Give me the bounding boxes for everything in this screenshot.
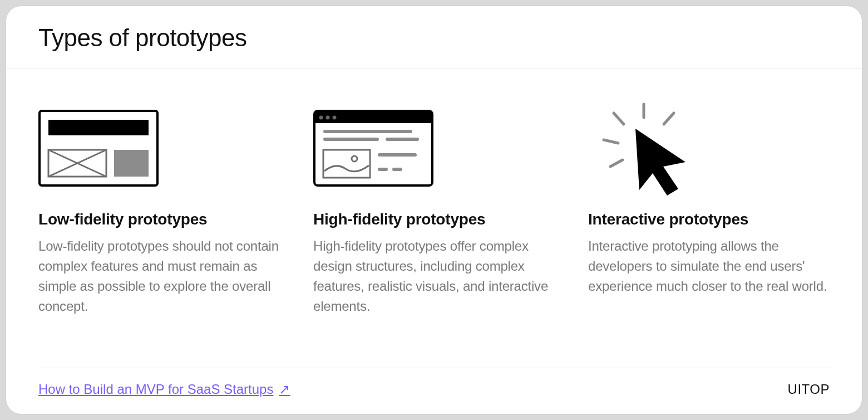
column-low-fidelity: Low-fidelity prototypes Low-fidelity pro… — [38, 104, 280, 368]
svg-line-22 — [604, 140, 618, 143]
card-body: Low-fidelity prototypes Low-fidelity pro… — [6, 69, 862, 368]
cursor-click-icon — [588, 104, 830, 193]
column-text: Interactive prototyping allows the devel… — [588, 236, 830, 296]
footer-link[interactable]: How to Build an MVP for SaaS Startups ↗ — [38, 382, 290, 397]
brand-label: UITOP — [788, 382, 830, 397]
svg-rect-18 — [392, 168, 402, 171]
column-title: Interactive prototypes — [588, 211, 830, 228]
svg-rect-5 — [114, 150, 149, 177]
column-interactive: Interactive prototypes Interactive proto… — [588, 104, 830, 368]
footer-link-text: How to Build an MVP for SaaS Startups — [38, 382, 273, 397]
card-footer: How to Build an MVP for SaaS Startups ↗ … — [38, 368, 830, 414]
wireframe-icon — [38, 104, 280, 193]
svg-rect-14 — [323, 150, 370, 178]
info-card: Types of prototypes Low-fidelity prototy… — [6, 6, 862, 414]
card-header: Types of prototypes — [6, 6, 862, 69]
browser-window-icon — [313, 104, 555, 193]
column-title: Low-fidelity prototypes — [38, 211, 280, 228]
svg-rect-16 — [378, 153, 417, 157]
column-text: High-fidelity prototypes offer complex d… — [313, 236, 555, 316]
svg-line-21 — [664, 113, 674, 124]
svg-point-9 — [326, 116, 330, 120]
svg-rect-12 — [323, 138, 379, 141]
svg-line-20 — [614, 113, 624, 124]
column-title: High-fidelity prototypes — [313, 211, 555, 228]
svg-rect-13 — [386, 138, 419, 141]
svg-rect-17 — [378, 168, 388, 171]
card-title: Types of prototypes — [38, 24, 830, 52]
svg-point-10 — [333, 116, 337, 120]
svg-point-8 — [319, 116, 323, 120]
svg-rect-1 — [48, 120, 149, 135]
svg-rect-11 — [323, 130, 412, 133]
svg-line-23 — [610, 160, 623, 167]
external-link-icon: ↗ — [279, 382, 290, 397]
column-high-fidelity: High-fidelity prototypes High-fidelity p… — [313, 104, 555, 368]
column-text: Low-fidelity prototypes should not conta… — [38, 236, 280, 316]
